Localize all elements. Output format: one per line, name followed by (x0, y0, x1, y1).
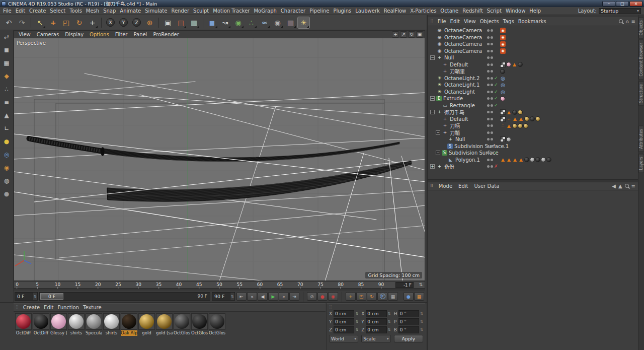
viewport-view-label[interactable]: Perspective (17, 40, 46, 46)
record-rotation-toggle[interactable]: ↻ (367, 292, 377, 301)
menu-realflow[interactable]: RealFlow (382, 8, 408, 14)
visibility-toggles[interactable] (487, 63, 493, 66)
minimize-button[interactable]: – (602, 1, 615, 7)
ruler-tick-85[interactable]: 85 (358, 282, 364, 289)
menu-file[interactable]: File (1, 8, 14, 14)
object-row[interactable]: ◉OctaneCamera◉ (428, 48, 638, 55)
object-label[interactable]: Polygon.1 (455, 157, 480, 163)
lock-x-axis-icon[interactable]: X (104, 17, 117, 29)
render-visibility-dot[interactable] (491, 50, 493, 52)
octane-object-tag[interactable]: ▲ (506, 109, 512, 115)
object-row[interactable]: −SSubdivision Surface✓ (428, 150, 638, 157)
material-menu-create[interactable]: Create (21, 305, 42, 310)
viewport-menu-panel[interactable]: Panel (130, 32, 150, 37)
material-item[interactable]: Specula (86, 313, 102, 336)
material-item[interactable]: shirts (68, 313, 85, 336)
object-label[interactable]: OctaneLight (444, 89, 475, 95)
menu-help[interactable]: Help (527, 8, 543, 14)
ruler-tick-60[interactable]: 60 (257, 282, 263, 289)
visibility-toggles[interactable] (487, 159, 493, 161)
menu-mograph[interactable]: MoGraph (252, 8, 278, 14)
coordinate-field[interactable]: 0 cm (334, 326, 354, 333)
menu-render[interactable]: Render (169, 8, 191, 14)
object-label[interactable]: OctaneLight.2 (444, 76, 479, 81)
visibility-toggles[interactable] (487, 118, 493, 120)
visibility-toggles[interactable] (487, 36, 493, 39)
object-label[interactable]: Rectangle (450, 103, 475, 108)
material-tag[interactable] (518, 123, 523, 128)
move-tool-icon[interactable]: + (47, 17, 59, 29)
octane-object-tag[interactable]: ▲ (512, 62, 517, 67)
material-tag[interactable] (500, 96, 505, 101)
visibility-toggles[interactable] (487, 70, 493, 73)
editor-visibility-dot[interactable] (487, 97, 490, 100)
enable-axis-icon[interactable]: ∟ (0, 122, 13, 135)
ruler-tick-70[interactable]: 70 (297, 282, 303, 289)
search-icon[interactable] (625, 183, 629, 189)
menu-plugins[interactable]: Plugins (331, 8, 353, 14)
render-visibility-dot[interactable] (491, 111, 493, 113)
editor-visibility-dot[interactable] (487, 152, 490, 154)
ruler-tick-40[interactable]: 40 (176, 282, 182, 289)
record-scale-toggle[interactable]: ◰ (356, 292, 366, 301)
menu-animate[interactable]: Animate (118, 8, 143, 14)
record-parameter-toggle[interactable]: P (377, 292, 387, 301)
material-tag[interactable] (524, 157, 529, 162)
options-icon[interactable]: ≡ (631, 183, 635, 189)
render-visibility-dot[interactable] (491, 56, 493, 59)
visibility-toggles[interactable] (487, 50, 493, 52)
history-back-icon[interactable]: ◀ (612, 183, 616, 189)
editor-visibility-dot[interactable] (487, 165, 490, 168)
render-visibility-dot[interactable] (491, 43, 493, 45)
visibility-toggles[interactable] (487, 152, 493, 154)
material-tag[interactable] (541, 157, 546, 162)
material-menu-texture[interactable]: Texture (81, 305, 104, 310)
sphere-icon[interactable]: ● (0, 187, 13, 200)
coordinate-field[interactable]: 0 ° (398, 326, 419, 333)
object-row[interactable]: −+Null (428, 54, 638, 61)
ruler-tick-0[interactable]: 0 (16, 282, 19, 289)
material-tag[interactable] (546, 157, 551, 162)
ruler-tick-65[interactable]: 65 (277, 282, 283, 289)
redo-icon[interactable]: ↷ (16, 17, 28, 29)
editor-visibility-dot[interactable] (487, 124, 490, 127)
material-tag[interactable] (524, 116, 529, 121)
octane-object-tag[interactable]: ▲ (512, 157, 518, 163)
menu-redshift[interactable]: Redshift (460, 8, 485, 14)
close-button[interactable]: × (629, 1, 642, 7)
editor-visibility-dot[interactable] (487, 145, 490, 148)
field-stepper-icon[interactable]: ⇅ (420, 320, 423, 324)
material-thumbnail[interactable] (103, 313, 120, 330)
vertex-tag[interactable]: ∴ (506, 116, 512, 122)
make-editable-icon[interactable]: ⇄ (0, 30, 13, 43)
lock-z-axis-icon[interactable]: Z (130, 17, 143, 29)
expand-toggle[interactable]: − (436, 151, 440, 155)
om-menu-objects[interactable]: Objects (478, 19, 501, 24)
object-label[interactable]: OctaneCamera (444, 48, 482, 54)
viewport-menu-view[interactable]: View (16, 32, 34, 37)
menu-x-particles[interactable]: X-Particles (408, 8, 438, 14)
timeline-options-icon[interactable]: ▦ (414, 292, 424, 301)
menu-select[interactable]: Select (48, 8, 67, 14)
octane-camera-tag[interactable]: ◉ (500, 41, 506, 47)
render-visibility-dot[interactable] (491, 165, 493, 168)
title-bar[interactable]: CINEMA 4D R19.053 Studio (RC - R19) - [御… (0, 0, 644, 7)
om-menu-view[interactable]: View (462, 19, 478, 24)
octane-object-tag[interactable]: ▲ (506, 123, 512, 128)
ruler-tick-55[interactable]: 55 (236, 282, 242, 289)
environment-icon[interactable]: ▦ (284, 17, 297, 29)
menu-sculpt[interactable]: Sculpt (191, 8, 211, 14)
frame-stepper-icon[interactable]: ⇅ (33, 293, 37, 300)
viewport-menu-options[interactable]: Options (87, 32, 112, 37)
object-label[interactable]: Null (444, 55, 454, 60)
end-frame-field[interactable]: 90 F ⇅ (212, 292, 235, 301)
viewport-canvas[interactable] (14, 38, 425, 281)
object-row[interactable]: +Default∴▲▲ (428, 116, 638, 123)
ruler-tick-25[interactable]: 25 (115, 282, 121, 289)
object-row[interactable]: ☀OctaneLight✓◎ (428, 89, 638, 96)
lock-y-axis-icon[interactable]: Y (117, 17, 130, 29)
goto-end-button[interactable]: ⇥ (289, 292, 299, 301)
octane-object-tag[interactable]: ▲ (512, 116, 518, 122)
render-visibility-dot[interactable] (491, 84, 493, 86)
timeline-ruler[interactable]: -1 F ⇅ 051015202530354045505560657075808… (14, 281, 425, 289)
